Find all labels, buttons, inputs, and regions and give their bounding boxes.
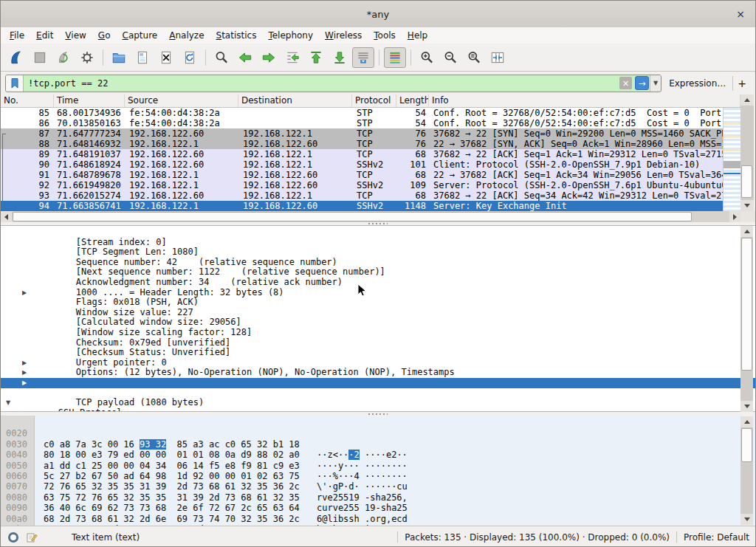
- hex-row[interactable]: 00b0 38 34 2c 65 63 64 68 2d 73 68 61 32…: [1, 514, 756, 524]
- hex-row[interactable]: 0070 63 75 72 76 65 32 35 35 31 39 2d 73…: [1, 471, 756, 481]
- zoom-original-button[interactable]: [463, 47, 485, 68]
- packet-row[interactable]: 9171.648789678192.168.122.1192.168.122.6…: [1, 170, 723, 180]
- scroll-down-button[interactable]: [740, 401, 753, 412]
- display-filter-field[interactable]: !tcp.port == 22 × → ▼: [5, 75, 662, 92]
- detail-line[interactable]: [Next sequence number: 1122 (relative se…: [1, 258, 756, 268]
- restart-capture-button[interactable]: [52, 47, 75, 68]
- close-window-button[interactable]: ×: [730, 1, 751, 27]
- detail-line[interactable]: ▶Flags: 0x018 (PSH, ACK): [1, 288, 756, 298]
- go-back-button[interactable]: [234, 47, 256, 68]
- detail-line[interactable]: [Checksum Status: Unverified]: [1, 338, 756, 348]
- packet-row[interactable]: 9371.662015274192.168.122.60192.168.122.…: [1, 190, 723, 201]
- menu-item[interactable]: Edit: [30, 29, 59, 42]
- packet-minimap[interactable]: [723, 108, 740, 211]
- packet-row[interactable]: 8568.001734936fe:54:00:d4:38:2aSTP54Conf…: [1, 108, 723, 118]
- packet-list-scrollbar[interactable]: [740, 94, 754, 211]
- menu-item[interactable]: Go: [92, 29, 117, 42]
- go-to-packet-button[interactable]: [281, 47, 303, 68]
- packet-list-hscrollbar[interactable]: [1, 211, 740, 222]
- resize-columns-button[interactable]: [487, 47, 509, 68]
- save-file-button[interactable]: [131, 47, 154, 68]
- detail-line[interactable]: ▶[Timestamps]: [1, 378, 756, 388]
- hex-row[interactable]: 0020 c0 a8 7a 3c 00 16 93 32 85 a3 ac c0…: [1, 418, 756, 428]
- menu-item[interactable]: Tools: [368, 29, 402, 42]
- detail-line[interactable]: Window size value: 227: [1, 297, 756, 308]
- close-file-button[interactable]: [155, 47, 177, 68]
- scroll-right-button[interactable]: [729, 211, 740, 222]
- capture-options-button[interactable]: [76, 47, 98, 68]
- scrollbar-thumb[interactable]: [741, 428, 752, 462]
- scroll-up-button[interactable]: [740, 94, 754, 106]
- expression-button[interactable]: Expression…: [662, 78, 732, 89]
- packet-row[interactable]: 8670.013850163fe:54:00:d4:38:2aSTP54Conf…: [1, 118, 723, 128]
- detail-line[interactable]: [TCP Segment Len: 1080]: [1, 238, 756, 248]
- detail-line[interactable]: [Window size scaling factor: 128]: [1, 317, 756, 328]
- detail-line[interactable]: Urgent pointer: 0: [1, 348, 756, 358]
- filter-clear-button[interactable]: ×: [619, 77, 632, 89]
- hex-row[interactable]: 00a0 65 63 64 68 2d 73 68 61 32 2d 6e 69…: [1, 503, 756, 513]
- zoom-in-button[interactable]: [416, 47, 438, 68]
- expander-icon[interactable]: ▶: [18, 288, 30, 298]
- menu-item[interactable]: Wireless: [319, 29, 368, 42]
- detail-line[interactable]: Checksum: 0x79ed [unverified]: [1, 328, 756, 338]
- find-packet-button[interactable]: [210, 47, 233, 68]
- last-packet-button[interactable]: [329, 47, 351, 68]
- first-packet-button[interactable]: [305, 47, 327, 68]
- colorize-toggle[interactable]: [384, 47, 406, 68]
- detail-line[interactable]: Acknowledgment number: 34 (relative ack …: [1, 267, 756, 278]
- hex-row[interactable]: 0030 80 18 00 e3 79 ed 00 00 01 01 08 0a…: [1, 428, 756, 438]
- menu-item[interactable]: Statistics: [210, 29, 263, 42]
- auto-scroll-toggle[interactable]: [352, 47, 374, 68]
- details-scrollbar[interactable]: [740, 226, 753, 412]
- packet-row[interactable]: 8871.648146932192.168.122.1192.168.122.6…: [1, 139, 723, 149]
- column-header-destination[interactable]: Destination: [238, 94, 352, 107]
- reload-file-button[interactable]: [179, 47, 201, 68]
- add-filter-button[interactable]: +: [732, 76, 751, 91]
- column-header-info[interactable]: Info: [429, 94, 740, 107]
- column-header-protocol[interactable]: Protocol: [352, 94, 396, 107]
- column-header-no[interactable]: No.: [1, 94, 54, 107]
- packet-row[interactable]: 9271.661949820192.168.122.1192.168.122.6…: [1, 180, 723, 190]
- column-header-time[interactable]: Time: [54, 94, 125, 107]
- scroll-down-button[interactable]: [740, 200, 754, 211]
- scroll-up-button[interactable]: [740, 416, 753, 427]
- detail-line[interactable]: 1000 .... = Header Length: 32 bytes (8): [1, 278, 756, 288]
- filter-input[interactable]: !tcp.port == 22: [24, 78, 619, 89]
- scroll-left-button[interactable]: [1, 211, 12, 222]
- stop-capture-button[interactable]: [29, 47, 51, 68]
- filter-bookmark-button[interactable]: [6, 75, 24, 92]
- profile-label[interactable]: Profile: Default: [684, 532, 749, 543]
- hex-row[interactable]: 0080 36 40 6c 69 62 73 73 68 2e 6f 72 67…: [1, 481, 756, 492]
- detail-line[interactable]: TCP payload (1080 bytes): [1, 388, 756, 399]
- hex-row[interactable]: 0040 a1 dd c1 25 00 00 04 34 06 14 f5 e8…: [1, 439, 756, 450]
- menu-item[interactable]: View: [59, 29, 92, 42]
- hscrollbar-thumb[interactable]: [13, 212, 692, 221]
- column-header-source[interactable]: Source: [125, 94, 238, 107]
- scrollbar-thumb[interactable]: [741, 238, 752, 371]
- detail-line[interactable]: ▼SSH Protocol: [1, 398, 756, 408]
- expert-info-icon[interactable]: [8, 532, 18, 543]
- menu-item[interactable]: Telephony: [262, 29, 319, 42]
- packet-row[interactable]: 9471.663856741192.168.122.1192.168.122.6…: [1, 201, 723, 211]
- detail-line[interactable]: ▶Options: (12 bytes), No-Operation (NOP)…: [1, 358, 756, 368]
- start-capture-button[interactable]: [5, 47, 27, 68]
- hex-row[interactable]: 0090 68 2d 73 68 61 32 2d 6e 69 73 74 70…: [1, 492, 756, 503]
- packet-row[interactable]: 9071.648618924192.168.122.60192.168.122.…: [1, 159, 723, 170]
- menu-item[interactable]: File: [4, 29, 30, 42]
- zoom-out-button[interactable]: [439, 47, 461, 68]
- column-header-length[interactable]: Length: [396, 94, 429, 107]
- filter-dropdown-button[interactable]: ▼: [650, 75, 661, 92]
- menu-item[interactable]: Help: [402, 29, 433, 42]
- capture-comment-icon[interactable]: [26, 531, 38, 543]
- menu-item[interactable]: Capture: [116, 29, 163, 42]
- go-forward-button[interactable]: [258, 47, 280, 68]
- expander-icon[interactable]: ▶: [18, 358, 30, 368]
- menu-item[interactable]: Analyze: [163, 29, 210, 42]
- scroll-up-button[interactable]: [740, 226, 753, 237]
- detail-line[interactable]: [Stream index: 0]: [1, 227, 756, 238]
- detail-line[interactable]: Sequence number: 42 (relative sequence n…: [1, 247, 756, 258]
- scroll-down-button[interactable]: [740, 514, 753, 525]
- scrollbar-thumb[interactable]: [741, 165, 752, 198]
- title-bar[interactable]: *any ×: [1, 1, 755, 27]
- expander-icon[interactable]: ▶: [18, 378, 30, 388]
